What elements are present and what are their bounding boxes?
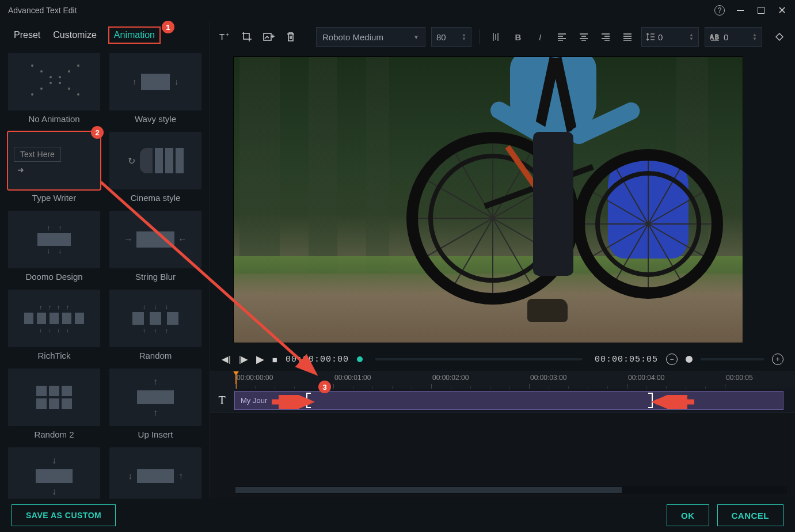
video-preview[interactable] xyxy=(233,56,743,343)
animation-label: RichTick xyxy=(38,351,71,360)
align-left-icon[interactable] xyxy=(554,29,570,45)
animation-label: Random xyxy=(139,351,172,360)
maximize-button[interactable] xyxy=(756,5,766,16)
animation-label: Wavy style xyxy=(135,114,176,124)
animation-item-extra-2[interactable]: ↓↑ xyxy=(109,447,201,499)
svg-text:T: T xyxy=(219,32,225,41)
ruler-label: 00:00:02:00 xyxy=(432,374,469,382)
current-timecode: 00:00:00:00 xyxy=(286,355,349,364)
svg-text:B: B xyxy=(715,34,719,40)
font-size-input[interactable]: 80 ▲▼ xyxy=(431,27,471,47)
tab-customize[interactable]: Customize xyxy=(52,26,98,44)
progress-rail[interactable] xyxy=(375,358,582,360)
zoom-out-button[interactable]: − xyxy=(666,354,678,365)
close-button[interactable]: ✕ xyxy=(777,5,787,16)
zoom-in-button[interactable]: + xyxy=(772,354,783,365)
annotation-badge-3: 3 xyxy=(318,381,331,393)
align-center-icon[interactable] xyxy=(576,29,592,45)
sidebar: Preset Customize Animation 1 No Animatio… xyxy=(0,21,210,499)
text-clip[interactable]: My Jour xyxy=(234,391,783,410)
ruler-label: 00:00:05 xyxy=(726,374,753,382)
char-spacing-value: 0 xyxy=(724,32,728,42)
ok-button[interactable]: OK xyxy=(667,504,709,526)
bold-icon[interactable]: B xyxy=(510,29,526,45)
save-as-custom-button[interactable]: SAVE AS CUSTOM xyxy=(12,504,116,526)
keyframe-icon[interactable] xyxy=(771,29,788,45)
next-frame-button[interactable]: |▶ xyxy=(239,354,248,364)
duration-timecode: 00:00:05:05 xyxy=(595,355,658,364)
thumb-text: Text Here xyxy=(14,147,61,162)
timeline: 00:00:00:00 00:00:01:00 00:00:02:00 00:0… xyxy=(210,371,795,499)
add-image-icon[interactable] xyxy=(261,29,277,45)
clip-in-handle[interactable] xyxy=(306,393,311,408)
italic-icon[interactable]: I xyxy=(532,29,548,45)
track-type-icon: T xyxy=(210,389,234,412)
ruler-label: 00:00:00:00 xyxy=(237,374,273,382)
animation-label: Random 2 xyxy=(34,430,74,439)
annotation-arrow-out-icon xyxy=(651,395,697,409)
window-controls: ? ✕ xyxy=(714,5,787,16)
align-right-icon[interactable] xyxy=(598,29,614,45)
tab-animation[interactable]: Animation xyxy=(114,29,155,41)
minimize-button[interactable] xyxy=(735,5,745,16)
animation-grid[interactable]: No Animation ↑↓ Wavy style Text Here➜ 2 … xyxy=(0,51,210,499)
timeline-ruler[interactable]: 00:00:00:00 00:00:01:00 00:00:02:00 00:0… xyxy=(210,371,795,389)
player-controls: ◀| |▶ ▶ ■ 00:00:00:00 00:00:05:05 − + xyxy=(210,348,795,371)
tab-animation-highlight: Animation 1 xyxy=(108,26,161,44)
annotation-badge-2: 2 xyxy=(91,126,104,139)
text-track: T My Jour xyxy=(210,389,795,413)
align-justify-icon[interactable] xyxy=(619,29,636,45)
line-spacing-value: 0 xyxy=(658,32,663,42)
ruler-label: 00:00:04:00 xyxy=(628,374,664,382)
prev-frame-button[interactable]: ◀| xyxy=(222,354,231,364)
animation-item-no-animation[interactable]: No Animation xyxy=(8,53,100,124)
animation-item-type-writer[interactable]: Text Here➜ 2 Type Writer xyxy=(8,132,100,203)
animation-item-cinema-style[interactable]: ↻ Cinema style xyxy=(109,132,201,203)
animation-item-string-blur[interactable]: →← String Blur xyxy=(109,211,201,282)
ruler-label: 00:00:03:00 xyxy=(530,374,566,382)
titlebar: Advanced Text Edit ? ✕ xyxy=(0,0,795,21)
timeline-scrollbar[interactable] xyxy=(235,486,787,494)
clip-label: My Jour xyxy=(241,396,267,405)
svg-text:+: + xyxy=(226,32,229,38)
spinner-icon[interactable]: ▲▼ xyxy=(689,33,694,41)
animation-label: Up Insert xyxy=(138,430,173,439)
cancel-button[interactable]: CANCEL xyxy=(717,504,784,526)
animation-item-random-2[interactable]: Random 2 xyxy=(8,368,100,439)
add-text-icon[interactable]: T+ xyxy=(217,29,233,45)
stop-button[interactable]: ■ xyxy=(272,355,277,364)
delete-icon[interactable] xyxy=(283,29,299,45)
animation-item-up-insert[interactable]: ↑↑ Up Insert xyxy=(109,368,201,439)
window-title: Advanced Text Edit xyxy=(8,6,77,15)
animation-item-extra-1[interactable]: ↓↓ xyxy=(8,447,100,499)
animation-item-random[interactable]: ↓↓↓↑↑↑ Random xyxy=(109,290,201,360)
zoom-rail[interactable] xyxy=(701,358,764,360)
animation-label: Type Writer xyxy=(32,193,76,203)
spinner-icon[interactable]: ▲▼ xyxy=(752,33,757,41)
spinner-icon[interactable]: ▲▼ xyxy=(462,33,466,41)
track-body[interactable]: My Jour xyxy=(234,389,795,412)
animation-label: No Animation xyxy=(28,114,79,124)
zoom-handle[interactable] xyxy=(686,356,693,363)
sidebar-tabs: Preset Customize Animation 1 xyxy=(0,21,210,51)
annotation-badge-1: 1 xyxy=(162,21,174,33)
text-toolbar: T+ Roboto Medium ▼ 80 ▲▼ B I 0 xyxy=(210,21,795,53)
help-icon[interactable]: ? xyxy=(714,5,725,16)
chevron-down-icon: ▼ xyxy=(413,34,419,40)
font-family-select[interactable]: Roboto Medium ▼ xyxy=(316,27,425,47)
tab-preset[interactable]: Preset xyxy=(13,26,41,44)
char-spacing-input[interactable]: AB 0 ▲▼ xyxy=(705,27,762,47)
animation-item-doomo-design[interactable]: ↑↑↓↓ Doomo Design xyxy=(8,211,100,282)
svg-text:A: A xyxy=(710,34,714,40)
align-vertical-icon[interactable] xyxy=(488,29,504,45)
animation-item-wavy-style[interactable]: ↑↓ Wavy style xyxy=(109,53,201,124)
clip-out-handle[interactable] xyxy=(648,393,653,408)
line-spacing-input[interactable]: 0 ▲▼ xyxy=(641,27,699,47)
play-button[interactable]: ▶ xyxy=(256,353,264,366)
footer: SAVE AS CUSTOM OK CANCEL xyxy=(0,499,795,532)
marker-indicator-icon xyxy=(357,356,363,362)
font-size-value: 80 xyxy=(436,32,446,42)
animation-label: Doomo Design xyxy=(25,272,82,282)
crop-icon[interactable] xyxy=(239,29,255,45)
animation-item-richtick[interactable]: ↑↑↑↑↓↓↓↓ RichTick xyxy=(8,290,100,360)
